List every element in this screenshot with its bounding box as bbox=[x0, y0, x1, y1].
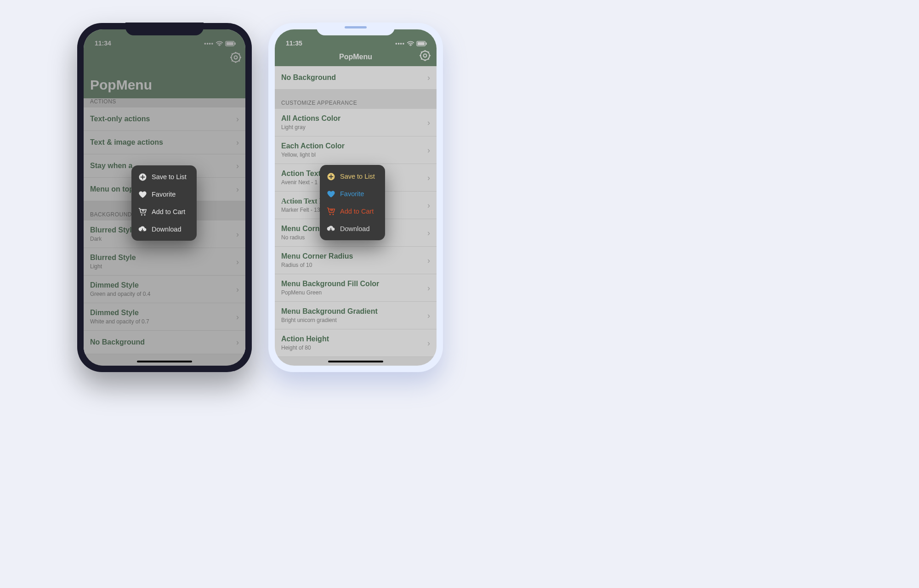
svg-point-0 bbox=[219, 45, 220, 46]
status-time: 11:34 bbox=[95, 40, 111, 47]
popup-item-download[interactable]: Download bbox=[131, 220, 197, 238]
wifi-icon bbox=[216, 41, 223, 46]
list-row[interactable]: Dimmed StyleWhite and opacity of 0.7› bbox=[84, 303, 245, 331]
list-row[interactable]: No Background› bbox=[275, 66, 437, 90]
home-indicator bbox=[328, 361, 383, 362]
svg-point-34 bbox=[333, 214, 334, 215]
popup-item-favorite[interactable]: Favorite bbox=[320, 185, 385, 203]
svg-point-18 bbox=[410, 45, 411, 46]
svg-point-5 bbox=[234, 56, 238, 59]
battery-icon bbox=[416, 41, 427, 46]
popup-item-favorite[interactable]: Favorite bbox=[131, 186, 197, 203]
wifi-icon bbox=[407, 41, 414, 46]
battery-icon bbox=[225, 41, 236, 46]
download-cloud-icon bbox=[326, 224, 335, 233]
chevron-right-icon: › bbox=[427, 145, 430, 155]
cellular-icon: •••• bbox=[395, 40, 405, 47]
popup-item-save[interactable]: Save to List bbox=[320, 168, 385, 185]
chevron-right-icon: › bbox=[427, 200, 430, 210]
svg-line-30 bbox=[428, 51, 429, 52]
svg-point-16 bbox=[144, 214, 146, 215]
list-row[interactable]: Action HeightHeight of 80› bbox=[275, 329, 437, 357]
list-row[interactable]: No Background› bbox=[84, 331, 245, 354]
nav-title-small: PopMenu bbox=[339, 53, 372, 61]
svg-line-29 bbox=[428, 59, 429, 60]
svg-line-31 bbox=[421, 59, 422, 60]
list-row[interactable]: Text-only actions› bbox=[84, 107, 245, 131]
chevron-right-icon: › bbox=[236, 138, 239, 147]
chevron-right-icon: › bbox=[427, 311, 430, 320]
svg-rect-3 bbox=[235, 42, 236, 45]
list-row[interactable]: Blurred StyleLight› bbox=[84, 248, 245, 276]
chevron-right-icon: › bbox=[427, 283, 430, 293]
svg-point-33 bbox=[329, 214, 331, 215]
svg-line-28 bbox=[421, 51, 422, 52]
chevron-right-icon: › bbox=[236, 312, 239, 322]
popup-item-download[interactable]: Download bbox=[320, 220, 385, 237]
plus-circle-icon bbox=[138, 172, 147, 181]
list-row[interactable]: Text & image actions› bbox=[84, 131, 245, 154]
settings-gear-icon[interactable] bbox=[230, 51, 242, 63]
chevron-right-icon: › bbox=[236, 185, 239, 194]
list-row[interactable]: Menu Background Fill ColorPopMenu Green› bbox=[275, 274, 437, 302]
list-row[interactable]: All Actions ColorLight gray› bbox=[275, 109, 437, 136]
heart-icon bbox=[138, 190, 147, 199]
svg-line-13 bbox=[232, 61, 233, 62]
chevron-right-icon: › bbox=[427, 338, 430, 348]
svg-line-10 bbox=[232, 53, 233, 54]
notch bbox=[125, 23, 204, 35]
chevron-right-icon: › bbox=[236, 257, 239, 266]
status-time: 11:35 bbox=[286, 40, 302, 47]
notch bbox=[317, 23, 395, 35]
svg-point-23 bbox=[424, 54, 427, 57]
chevron-right-icon: › bbox=[427, 228, 430, 237]
chevron-right-icon: › bbox=[236, 114, 239, 124]
pop-menu-colored[interactable]: Save to List Favorite Add to Cart Downlo… bbox=[320, 165, 385, 240]
svg-point-15 bbox=[141, 214, 142, 215]
svg-rect-2 bbox=[227, 42, 233, 45]
chevron-right-icon: › bbox=[427, 73, 430, 83]
settings-gear-icon[interactable] bbox=[419, 50, 431, 63]
chevron-right-icon: › bbox=[236, 229, 239, 239]
list-row[interactable]: Each Action ColorYellow, light bl› bbox=[275, 136, 437, 164]
svg-line-11 bbox=[239, 61, 240, 62]
heart-icon bbox=[326, 189, 335, 198]
chevron-right-icon: › bbox=[427, 118, 430, 127]
nav-title-large: PopMenu bbox=[90, 64, 239, 93]
svg-line-12 bbox=[239, 53, 240, 54]
download-cloud-icon bbox=[138, 225, 147, 234]
svg-rect-21 bbox=[426, 42, 427, 45]
chevron-right-icon: › bbox=[236, 161, 239, 171]
list-row[interactable]: Menu Background GradientBright unicorn g… bbox=[275, 302, 437, 329]
chevron-right-icon: › bbox=[427, 173, 430, 182]
popup-item-save[interactable]: Save to List bbox=[131, 168, 197, 186]
cart-icon bbox=[138, 207, 147, 216]
section-header-customize: CUSTOMIZE APPEARANCE bbox=[275, 90, 437, 109]
pop-menu[interactable]: Save to List Favorite Add to Cart Downlo… bbox=[131, 165, 197, 241]
plus-circle-icon bbox=[326, 172, 335, 181]
popup-item-cart[interactable]: Add to Cart bbox=[131, 203, 197, 220]
phone-mockup-dark: 11:34 •••• PopMenu ACTIONS bbox=[77, 23, 252, 372]
cart-icon bbox=[326, 207, 335, 216]
svg-rect-20 bbox=[418, 42, 425, 45]
phone-mockup-light: 11:35 •••• PopMenu No Background› CUSTOM… bbox=[268, 23, 443, 372]
list-row[interactable]: Menu Corner RadiusRadius of 10› bbox=[275, 247, 437, 274]
home-indicator bbox=[137, 361, 192, 362]
popup-item-cart[interactable]: Add to Cart bbox=[320, 203, 385, 220]
chevron-right-icon: › bbox=[427, 255, 430, 265]
chevron-right-icon: › bbox=[236, 338, 239, 347]
chevron-right-icon: › bbox=[236, 284, 239, 294]
list-row[interactable]: Dimmed StyleGreen and opacity of 0.4› bbox=[84, 276, 245, 303]
cellular-icon: •••• bbox=[204, 40, 214, 47]
